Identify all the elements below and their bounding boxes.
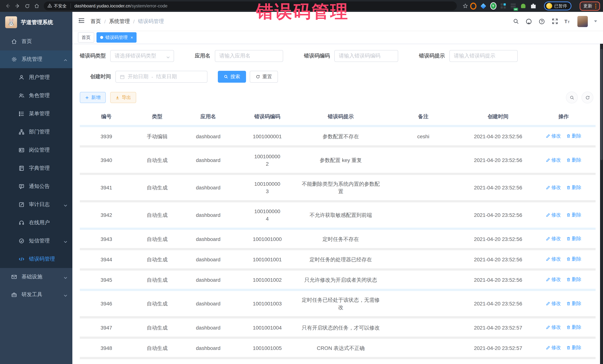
table-row[interactable]: 3947自动生成dashboard1001001004只有开启状态的任务，才可以… bbox=[80, 317, 596, 338]
table-row[interactable]: 3948自动生成dashboard1001001005CRON 表达式不正确20… bbox=[80, 338, 596, 358]
sidebar-item-1[interactable]: 系统管理 bbox=[0, 50, 72, 68]
sidebar-item-14[interactable]: 研发工具 bbox=[0, 286, 72, 304]
create-time-label: 创建时间 bbox=[90, 73, 111, 80]
table-row[interactable]: 3940自动生成dashboard100100000 2参数配置 key 重复2… bbox=[80, 146, 596, 174]
table-row[interactable]: 3944自动生成dashboard1001001001定时任务的处理器已经存在2… bbox=[80, 249, 596, 269]
column-header-0: 编号 bbox=[80, 109, 133, 126]
extension-paused-pill[interactable]: 已暂停 bbox=[544, 1, 571, 10]
chevron-down-icon[interactable] bbox=[594, 20, 597, 22]
sidebar-item-4[interactable]: 菜单管理 bbox=[0, 105, 72, 123]
extension-icon-6[interactable] bbox=[520, 3, 526, 9]
error-type-select[interactable]: 请选择错误码类型 bbox=[110, 50, 174, 62]
sidebar-item-7[interactable]: 字典管理 bbox=[0, 159, 72, 177]
edit-link[interactable]: 修改 bbox=[546, 235, 561, 243]
github-icon[interactable] bbox=[525, 18, 532, 25]
reload-icon[interactable] bbox=[24, 3, 30, 9]
error-type-label: 错误码类型 bbox=[80, 53, 106, 59]
delete-link[interactable]: 删除 bbox=[566, 156, 581, 164]
sidebar-item-2[interactable]: 用户管理 bbox=[0, 68, 72, 86]
breadcrumb-system[interactable]: 系统管理 bbox=[109, 18, 130, 25]
table-row[interactable]: 3939手动编辑dashboard1001000001参数配置不存在ceshi2… bbox=[80, 126, 596, 146]
breadcrumb: 首页 / 系统管理 / 错误码管理 bbox=[91, 18, 164, 25]
browser-menu-icon[interactable] bbox=[595, 3, 596, 8]
error-msg-input[interactable]: 请输入错误码提示 bbox=[449, 50, 518, 62]
table-row[interactable]: 3942自动生成dashboard100100000 4不允许获取敏感配置到前端… bbox=[80, 201, 596, 229]
app-name-input[interactable]: 请输入应用名 bbox=[215, 50, 283, 62]
column-header-1: 类型 bbox=[133, 109, 181, 126]
delete-link[interactable]: 删除 bbox=[566, 324, 581, 331]
delete-link[interactable]: 删除 bbox=[566, 211, 581, 219]
sidebar-item-11[interactable]: 短信管理 bbox=[0, 232, 72, 250]
delete-link[interactable]: 删除 bbox=[566, 235, 581, 243]
user-avatar[interactable] bbox=[577, 16, 588, 27]
edit-link[interactable]: 修改 bbox=[546, 132, 561, 140]
tab-error-code[interactable]: 错误码管理× bbox=[96, 32, 137, 43]
extension-icon-4[interactable] bbox=[500, 3, 506, 9]
edit-link[interactable]: 修改 bbox=[546, 300, 561, 307]
forward-icon[interactable] bbox=[14, 3, 21, 9]
people-icon bbox=[19, 92, 24, 99]
error-code-input[interactable]: 请输入错误码编码 bbox=[334, 50, 398, 62]
extension-icon-1[interactable] bbox=[470, 3, 476, 9]
sidebar-item-6[interactable]: 岗位管理 bbox=[0, 141, 72, 159]
sidebar-item-13[interactable]: 基础设施 bbox=[0, 268, 72, 286]
breadcrumb-home[interactable]: 首页 bbox=[91, 18, 101, 25]
app-logo[interactable]: 🐰 芋道管理系统 bbox=[0, 12, 72, 33]
sidebar-item-5[interactable]: 部门管理 bbox=[0, 123, 72, 141]
date-range-picker[interactable]: 开始日期 - 结束日期 bbox=[116, 71, 208, 83]
back-icon[interactable] bbox=[4, 3, 11, 9]
extensions-puzzle-icon[interactable] bbox=[530, 3, 536, 9]
sidebar-item-9[interactable]: 审计日志 bbox=[0, 195, 72, 213]
sidebar-item-12[interactable]: 错误码管理 bbox=[0, 250, 72, 268]
extension-icon-3[interactable]: Y bbox=[490, 3, 496, 9]
cell-type: 自动生成 bbox=[133, 317, 181, 338]
refresh-table-button[interactable] bbox=[581, 92, 593, 103]
sidebar-item-home[interactable]: 首页 bbox=[0, 33, 72, 50]
font-size-icon[interactable]: TT bbox=[564, 18, 571, 25]
add-button[interactable]: 新增 bbox=[80, 92, 106, 103]
delete-link[interactable]: 删除 bbox=[566, 300, 581, 307]
home-icon[interactable] bbox=[33, 3, 40, 9]
delete-link[interactable]: 删除 bbox=[566, 132, 581, 140]
msgcheck-icon bbox=[19, 238, 24, 244]
scrollbar-thumb[interactable] bbox=[600, 49, 603, 160]
edit-link[interactable]: 修改 bbox=[546, 184, 561, 191]
export-button[interactable]: 导出 bbox=[110, 92, 136, 103]
browser-update-button[interactable]: 更新 bbox=[580, 1, 600, 11]
table-row[interactable]: 3943自动生成dashboard1001001000定时任务不存在2021-0… bbox=[80, 229, 596, 249]
sidebar-item-10[interactable]: 在线用户 bbox=[0, 213, 72, 232]
edit-link[interactable]: 修改 bbox=[546, 211, 561, 219]
edit-link[interactable]: 修改 bbox=[546, 324, 561, 331]
delete-link[interactable]: 删除 bbox=[566, 184, 581, 191]
edit-link[interactable]: 修改 bbox=[546, 156, 561, 164]
collapse-sidebar-button[interactable] bbox=[78, 18, 85, 25]
delete-link[interactable]: 删除 bbox=[566, 344, 581, 351]
tab-home[interactable]: 首页 bbox=[78, 32, 94, 43]
search-button[interactable]: 搜索 bbox=[218, 71, 246, 83]
table-row[interactable]: 3941自动生成dashboard100100000 3不能删除类型为系统内置的… bbox=[80, 174, 596, 201]
sidebar-item-3[interactable]: 角色管理 bbox=[0, 86, 72, 105]
extension-icon-5[interactable]: on bbox=[510, 3, 516, 9]
address-bar[interactable]: 不安全 dashboard.yudao.iocoder.cn/system/er… bbox=[44, 1, 457, 10]
fullscreen-icon[interactable] bbox=[551, 18, 558, 25]
delete-link[interactable]: 删除 bbox=[566, 255, 581, 263]
sidebar-item-8[interactable]: 通知公告 bbox=[0, 177, 72, 195]
reset-button[interactable]: 重置 bbox=[250, 71, 278, 83]
delete-link[interactable]: 删除 bbox=[566, 276, 581, 283]
close-tab-icon[interactable]: × bbox=[131, 35, 133, 40]
security-chip[interactable]: 不安全 bbox=[47, 3, 67, 9]
scrollbar[interactable] bbox=[600, 44, 603, 364]
search-icon[interactable] bbox=[512, 18, 519, 25]
edit-link[interactable]: 修改 bbox=[546, 344, 561, 351]
bookmark-star-icon[interactable] bbox=[462, 3, 468, 9]
toggle-search-button[interactable] bbox=[566, 92, 578, 103]
table-row[interactable]: 3945自动生成dashboard1001001002只允许修改为开启或者关闭状… bbox=[80, 269, 596, 290]
help-icon[interactable] bbox=[538, 18, 545, 25]
table-row[interactable]: 3946自动生成dashboard1001001003定时任务已经处于该状态，无… bbox=[80, 290, 596, 317]
url-domain: dashboard.yudao.iocoder.cn bbox=[74, 3, 130, 9]
edit-link[interactable]: 修改 bbox=[546, 255, 561, 263]
extension-icon-2[interactable] bbox=[480, 3, 486, 9]
pencil-icon bbox=[546, 301, 550, 306]
edit-link[interactable]: 修改 bbox=[546, 276, 561, 283]
extension-paused-label: 已暂停 bbox=[554, 3, 567, 9]
